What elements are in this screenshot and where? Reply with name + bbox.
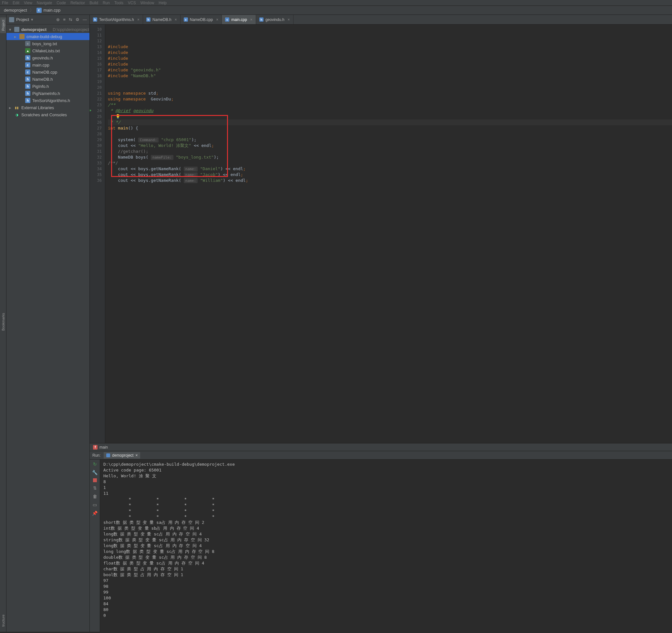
collapse-icon[interactable]: ⇆ bbox=[69, 17, 72, 22]
project-panel: Project ▾ ⊕ ≡ ⇆ ⚙ — ▾demoproject D:\cpp\… bbox=[6, 15, 90, 632]
menu-edit[interactable]: Edit bbox=[13, 1, 19, 5]
menu-vcs[interactable]: VCS bbox=[128, 1, 136, 5]
run-tool-window: Run: demoproject× ↻ 🔧 ⇅ 🗑 ▭ 📌 D:\cpp\dem… bbox=[90, 451, 672, 632]
settings-icon[interactable]: ⚙ bbox=[76, 17, 79, 22]
menu-build[interactable]: Build bbox=[90, 1, 98, 5]
tree-scratches[interactable]: ◑Scratches and Consoles bbox=[6, 111, 90, 118]
tree-file[interactable]: hPigNameInfo.h bbox=[6, 90, 90, 97]
wrench-icon[interactable]: 🔧 bbox=[92, 470, 98, 475]
folder-icon bbox=[9, 17, 14, 22]
file-icon: h bbox=[25, 76, 30, 82]
editor-tab[interactable]: cmain.cpp× bbox=[222, 15, 256, 24]
close-icon[interactable]: × bbox=[175, 18, 177, 22]
scratch-icon: ◑ bbox=[14, 112, 19, 117]
rerun-icon[interactable]: ↻ bbox=[93, 462, 97, 467]
menu-tools[interactable]: Tools bbox=[114, 1, 123, 5]
menu-file[interactable]: File bbox=[2, 1, 8, 5]
tree-ext-libraries[interactable]: ▸▮▮External Libraries bbox=[6, 104, 90, 111]
tree-file[interactable]: hgeovindu.h bbox=[6, 54, 90, 61]
cpp-icon: c bbox=[37, 8, 42, 13]
nav-file[interactable]: cmain.cpp bbox=[37, 8, 61, 13]
pin-icon[interactable]: 📌 bbox=[92, 511, 98, 516]
close-icon[interactable]: × bbox=[135, 453, 138, 458]
file-icon: ▲ bbox=[25, 48, 30, 53]
menu-code[interactable]: Code bbox=[56, 1, 66, 5]
run-config-tab[interactable]: demoproject× bbox=[104, 452, 140, 459]
menu-navigate[interactable]: Navigate bbox=[37, 1, 52, 5]
project-tool-tab[interactable]: Project bbox=[0, 18, 6, 33]
bookmarks-tool-tab[interactable]: Bookmarks bbox=[1, 311, 6, 333]
file-icon: h bbox=[25, 55, 30, 61]
breadcrumb-fn[interactable]: main bbox=[99, 445, 108, 450]
menu-refactor[interactable]: Refactor bbox=[70, 1, 85, 5]
nav-sep-icon: 〉 bbox=[30, 7, 34, 13]
console-output[interactable]: D:\cpp\demoproject\cmake-build-debug\dem… bbox=[100, 460, 672, 632]
file-icon: c bbox=[225, 18, 229, 22]
expand-icon[interactable]: ≡ bbox=[63, 17, 66, 22]
folder-icon bbox=[14, 27, 19, 32]
locate-icon[interactable]: ⊕ bbox=[56, 17, 60, 22]
library-icon: ▮▮ bbox=[14, 105, 19, 110]
tree-file[interactable]: hPigInfo.h bbox=[6, 83, 90, 90]
file-icon: h bbox=[93, 18, 97, 22]
stop-icon[interactable] bbox=[93, 478, 97, 482]
file-icon: h bbox=[25, 91, 30, 96]
project-panel-header: Project ▾ ⊕ ≡ ⇆ ⚙ — bbox=[6, 15, 90, 25]
file-icon: h bbox=[25, 84, 30, 89]
fn-badge-icon: f bbox=[93, 445, 98, 450]
structure-tool-tab[interactable]: tructure bbox=[1, 613, 6, 629]
code-area[interactable]: #include#include#include#include#include… bbox=[105, 25, 672, 443]
menu-view[interactable]: View bbox=[24, 1, 32, 5]
file-icon: c bbox=[184, 18, 188, 22]
close-icon[interactable]: × bbox=[250, 18, 253, 22]
editor-tab[interactable]: hgeovindu.h× bbox=[256, 15, 293, 24]
file-icon: c bbox=[25, 69, 30, 75]
run-toolbar: ↻ 🔧 ⇅ 🗑 ▭ 📌 bbox=[90, 460, 100, 632]
left-gutter: Project Bookmarks tructure bbox=[0, 15, 6, 632]
tree-file[interactable]: hNameDB.h bbox=[6, 75, 90, 83]
tree-root[interactable]: ▾demoproject D:\cpp\demoproject bbox=[6, 26, 90, 33]
tree-file[interactable]: ▲CMakeLists.txt bbox=[6, 47, 90, 54]
menu-window[interactable]: Window bbox=[141, 1, 154, 5]
menu-help[interactable]: Help bbox=[159, 1, 167, 5]
gutter[interactable]: 1011121314151617181920212223242526272829… bbox=[90, 25, 105, 443]
trash-icon[interactable]: 🗑 bbox=[93, 494, 97, 499]
tree-file[interactable]: cNameDB.cpp bbox=[6, 68, 90, 75]
breadcrumb-bar: f main bbox=[90, 443, 672, 451]
file-icon: h bbox=[146, 18, 150, 22]
project-combo[interactable]: Project ▾ bbox=[9, 17, 33, 22]
menu-run[interactable]: Run bbox=[103, 1, 110, 5]
editor-tab[interactable]: hTenSortAlgorithms.h× bbox=[90, 15, 143, 24]
hide-icon[interactable]: — bbox=[83, 17, 87, 22]
file-icon: h bbox=[259, 18, 264, 22]
tree-file[interactable]: hTenSortAlgorithms.h bbox=[6, 97, 90, 104]
folder-icon bbox=[19, 34, 25, 39]
nav-project[interactable]: demoproject bbox=[4, 8, 27, 13]
layout-icon[interactable]: ⇅ bbox=[93, 486, 97, 491]
editor-tab[interactable]: cNameDB.cpp× bbox=[181, 15, 222, 24]
tree-cmake-folder[interactable]: ▸cmake-build-debug bbox=[6, 33, 90, 40]
file-icon: h bbox=[25, 98, 30, 103]
navigation-bar: demoproject 〉 cmain.cpp bbox=[0, 6, 672, 15]
close-icon[interactable]: × bbox=[216, 18, 218, 22]
exe-icon bbox=[106, 453, 110, 457]
tree-file[interactable]: cmain.cpp bbox=[6, 61, 90, 68]
file-icon: ≡ bbox=[25, 41, 30, 46]
run-label: Run: bbox=[92, 453, 100, 458]
project-tree[interactable]: ▾demoproject D:\cpp\demoproject ▸cmake-b… bbox=[6, 25, 90, 632]
editor[interactable]: 1011121314151617181920212223242526272829… bbox=[90, 25, 672, 443]
split-icon[interactable]: ▭ bbox=[93, 502, 97, 507]
close-icon[interactable]: × bbox=[137, 18, 140, 22]
file-icon: c bbox=[25, 62, 30, 68]
editor-tabs: hTenSortAlgorithms.h×hNameDB.h×cNameDB.c… bbox=[90, 15, 672, 25]
editor-tab[interactable]: hNameDB.h× bbox=[143, 15, 181, 24]
menu-bar: File Edit View Navigate Code Refactor Bu… bbox=[0, 0, 672, 6]
close-icon[interactable]: × bbox=[288, 18, 290, 22]
tree-file[interactable]: ≡boys_long.txt bbox=[6, 40, 90, 47]
